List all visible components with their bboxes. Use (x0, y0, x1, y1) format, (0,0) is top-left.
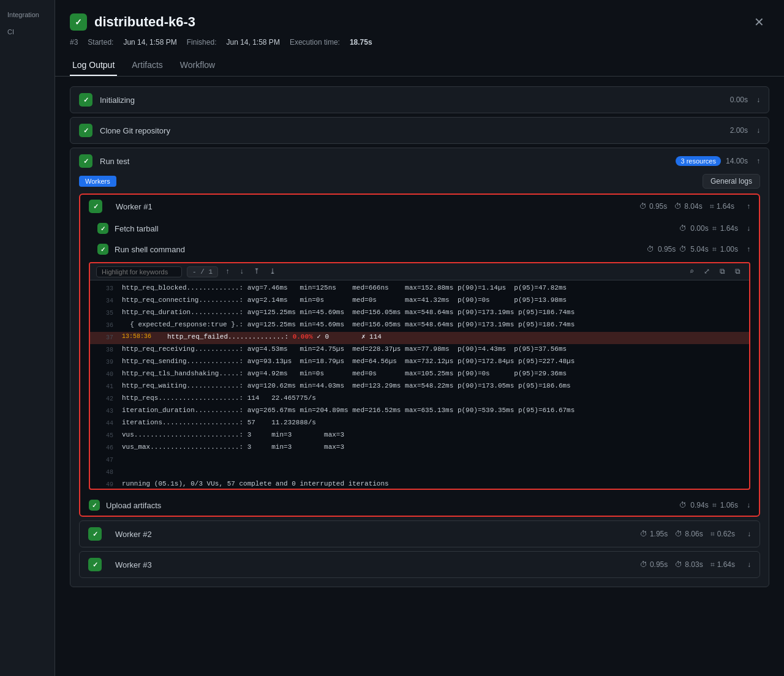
log-line-number: 34 (96, 295, 113, 306)
fetch-t2: 1.64s (720, 224, 738, 233)
size-icon: ⌗ (710, 530, 715, 538)
header: ✓ distributed-k6-3 ✕ #3 Started: Jun 14,… (55, 0, 784, 77)
log-line-number: 49 (96, 479, 113, 489)
log-line-number: 48 (96, 467, 113, 478)
log-search-icon[interactable]: ⌕ (687, 266, 696, 277)
shell-timing: ⏱ 0.95s ⏱ 5.04s ⌗ 1.00s ↑ (647, 245, 750, 254)
worker-2-row[interactable]: ✓ Worker #2 ⏱ 1.95s ⏱ 8.06s ⌗ (79, 520, 760, 547)
fetch-t1: 0.00s (690, 224, 708, 233)
run-test-status-icon: ✓ (79, 154, 92, 168)
log-nav-up[interactable]: ↑ (223, 266, 232, 277)
log-line-timestamp: 13:58:36 (122, 332, 159, 342)
close-button[interactable]: ✕ (749, 12, 769, 32)
run-number: #3 (70, 38, 78, 47)
meta-row: #3 Started: Jun 14, 1:58 PM Finished: Ju… (70, 38, 769, 47)
worker1-label: Worker #1 (116, 202, 153, 211)
run-test-timing: 14.00s ↑ (726, 157, 760, 165)
finished-label: Finished: (187, 38, 217, 47)
clone-time-value: 2.00s (730, 126, 748, 135)
worker-1-block: ✓ Worker #1 ⏱ 0.95s ⏱ 8.04s (79, 193, 760, 517)
step-run-shell[interactable]: ✓ Run shell command ⏱ 0.95s ⏱ 5.04s ⌗ 1.… (80, 239, 759, 260)
step-initializing[interactable]: ✓ Initializing 0.00s ↓ (70, 86, 769, 113)
step-upload-artifacts[interactable]: ✓ Upload artifacts ⏱ 0.94s ⌗ 1.06s ↓ (80, 495, 759, 516)
log-scroll-top[interactable]: ⤒ (251, 266, 262, 277)
initializing-status-icon: ✓ (79, 93, 92, 107)
clock-icon: ⏱ (647, 245, 654, 254)
upload-status-icon: ✓ (89, 500, 100, 511)
log-lines: 33http_req_blocked.............: avg=7.4… (90, 280, 749, 489)
log-line-number: 38 (96, 344, 113, 355)
log-line-text: http_req_blocked.............: avg=7.46m… (122, 283, 567, 294)
worker-1-header[interactable]: ✓ Worker #1 ⏱ 0.95s ⏱ 8.04s (80, 195, 759, 218)
tab-artifacts[interactable]: Artifacts (129, 55, 165, 76)
chevron-down-icon: ↓ (747, 224, 750, 233)
started-label: Started: (88, 38, 113, 47)
log-line: 33http_req_blocked.............: avg=7.4… (90, 283, 749, 295)
log-search-input[interactable] (96, 266, 182, 277)
log-line-number: 44 (96, 418, 113, 429)
log-line-text: iteration_duration...........: avg=265.6… (122, 405, 575, 416)
log-line-text: http_reqs....................: 114 22.46… (122, 393, 316, 404)
clock-icon: ⏱ (640, 560, 647, 569)
fetch-status-icon: ✓ (97, 223, 108, 234)
workers-tab[interactable]: Workers (79, 176, 116, 187)
clone-label: Clone Git repository (100, 126, 730, 135)
check-icon: ✓ (100, 246, 105, 253)
log-line: 43iteration_duration...........: avg=265… (90, 405, 749, 418)
log-expand-icon[interactable]: ⤢ (701, 266, 712, 277)
sidebar-item-ci[interactable]: CI (0, 23, 21, 40)
log-copy-icon[interactable]: ⧉ (733, 266, 743, 277)
clock-icon: ⏱ (679, 501, 687, 509)
log-terminal: - / 1 ↑ ↓ ⤒ ⤓ ⌕ ⤢ ⧉ ⧉ 33http_req_bl (89, 262, 750, 490)
log-line: 41http_req_waiting.............: avg=120… (90, 381, 749, 393)
worker2-status-icon: ✓ (88, 527, 102, 541)
clock-icon: ⏱ (639, 202, 647, 211)
worker1-status-icon: ✓ (89, 200, 102, 213)
worker-3-row[interactable]: ✓ Worker #3 ⏱ 0.95s ⏱ 8.03s ⌗ (79, 551, 760, 578)
step-clone-git[interactable]: ✓ Clone Git repository 2.00s ↓ (70, 117, 769, 144)
workers-section: Workers General logs ✓ Worker #1 ⏱ 0.95 (70, 174, 769, 587)
tab-workflow[interactable]: Workflow (178, 55, 217, 76)
chevron-down-icon: ↓ (747, 501, 750, 509)
worker3-status-icon: ✓ (88, 558, 102, 571)
log-line-number: 42 (96, 393, 113, 404)
log-line: 42http_reqs....................: 114 22.… (90, 393, 749, 405)
log-line: 49running (05.1s), 0/3 VUs, 57 complete … (90, 479, 749, 489)
general-logs-button[interactable]: General logs (703, 174, 760, 189)
log-line: 44iterations...................: 57 11.2… (90, 418, 749, 430)
sidebar-item-integration[interactable]: Integration (0, 6, 47, 23)
initializing-timing: 0.00s ↓ (730, 96, 760, 104)
log-line-number: 45 (96, 430, 113, 441)
worker3-t2: ⏱ 8.03s (675, 560, 703, 569)
log-side-by-side-icon[interactable]: ⧉ (717, 266, 728, 277)
log-nav-current[interactable]: - / 1 (187, 266, 218, 277)
size-icon: ⌗ (710, 202, 714, 211)
worker1-t1: ⏱ 0.95s (639, 202, 667, 211)
log-nav-down[interactable]: ↓ (237, 266, 246, 277)
step-fetch-tarball[interactable]: ✓ Fetch tarball ⏱ 0.00s ⌗ 1.64s ↓ (80, 218, 759, 239)
status-icon: ✓ (70, 13, 87, 31)
log-line: 38http_req_receiving...........: avg=4.5… (90, 344, 749, 356)
clock-icon: ⏱ (679, 224, 687, 233)
log-line-text: vus..........................: 3 min=3 m… (122, 430, 344, 441)
tab-log-output[interactable]: Log Output (70, 55, 117, 76)
log-line: 34http_req_connecting..........: avg=2.1… (90, 295, 749, 307)
log-scroll-bottom[interactable]: ⤓ (267, 266, 278, 277)
clock2-icon: ⏱ (675, 530, 682, 538)
log-line-number: 43 (96, 405, 113, 416)
step-run-test: ✓ Run test 3 resources 14.00s ↑ Workers … (70, 148, 769, 587)
clock2-icon: ⏱ (679, 245, 687, 254)
log-line-text: running (05.1s), 0/3 VUs, 57 complete an… (122, 479, 389, 489)
worker1-t2: ⏱ 8.04s (674, 202, 702, 211)
log-line-text: http_req_connecting..........: avg=2.14m… (122, 295, 567, 306)
log-line-text: vus_max......................: 3 min=3 m… (122, 442, 344, 453)
log-line: 40http_req_tls_handshaking.....: avg=4.9… (90, 369, 749, 381)
run-test-header[interactable]: ✓ Run test 3 resources 14.00s ↑ (70, 148, 769, 174)
resources-badge: 3 resources (676, 156, 720, 166)
execution-value: 18.75s (350, 38, 372, 47)
chevron-down-icon: ↓ (747, 560, 751, 569)
log-line-number: 37 (96, 332, 113, 343)
log-content-area: ✓ Initializing 0.00s ↓ ✓ Clone Git repos… (55, 77, 784, 676)
log-line: 39http_req_sending.............: avg=93.… (90, 356, 749, 369)
main-panel: ✓ distributed-k6-3 ✕ #3 Started: Jun 14,… (55, 0, 784, 676)
